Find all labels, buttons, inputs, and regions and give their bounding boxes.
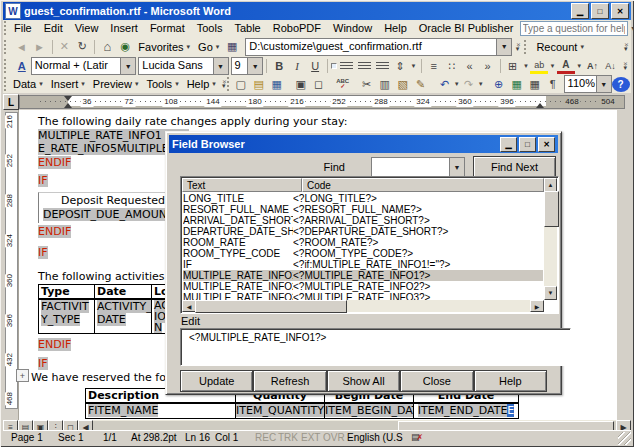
find-combo[interactable]: ▼ [371, 157, 465, 177]
menu-help[interactable]: Help [378, 21, 413, 35]
undo-icon[interactable] [436, 76, 454, 92]
list-item[interactable]: ARRIVAL_DATE_SHORT<?ARRIVAL_DATE_SHORT?> [183, 215, 543, 226]
scroll-up-icon[interactable]: ▲ [544, 178, 557, 192]
end-for-each-field[interactable]: E [507, 404, 514, 417]
merge-field[interactable]: ITEM_QUANTITY [236, 404, 324, 417]
if-field[interactable]: IF [38, 357, 48, 370]
recount-toolbar-grip[interactable] [524, 40, 530, 54]
styles-and-formatting-icon[interactable] [13, 58, 31, 74]
list-item[interactable]: MULTIPLE_RATE_INFO3<?MULTIPLE_RATE_INFO3… [183, 292, 543, 300]
chevron-down-icon[interactable]: ▼ [596, 76, 611, 92]
close-icon[interactable] [611, 3, 629, 19]
menu-tools[interactable]: Tools [191, 21, 229, 35]
merge-field[interactable]: ITEM_END_DATE [418, 404, 508, 417]
chevron-down-icon[interactable]: ▼ [628, 21, 634, 36]
home-icon[interactable] [98, 39, 116, 55]
spelling-icon[interactable] [334, 76, 352, 92]
merge-field[interactable]: DEPOSIT_DUE_AMOUN [43, 208, 167, 221]
merge-field[interactable]: ITEM_BEGIN_DATE [325, 404, 414, 417]
numbered-list-icon[interactable] [425, 58, 443, 74]
chevron-down-icon[interactable]: ▼ [120, 58, 135, 74]
field-list[interactable]: Text Code LONG_TITLE<?LONG_TITLE?> RESOR… [180, 176, 559, 314]
bold-icon[interactable]: B [270, 58, 288, 74]
recount-button[interactable]: Recount [532, 41, 620, 53]
list-item[interactable]: IF<?if:MULTIPLE_RATE_INFO1!="?> [183, 259, 543, 270]
bullet-list-icon[interactable] [443, 58, 461, 74]
if-field[interactable]: IF [38, 174, 48, 187]
tab-stop-selector[interactable] [3, 94, 19, 110]
bip-toolbar-grip[interactable] [4, 77, 6, 91]
format-painter-icon[interactable] [412, 76, 430, 92]
endif-field[interactable]: ENDIF [38, 338, 71, 351]
font-color-icon[interactable] [557, 59, 575, 74]
close-button[interactable]: Close [400, 370, 473, 392]
chevron-down-icon[interactable]: ▼ [213, 58, 228, 74]
list-item[interactable]: DEPARTURE_DATE_SH...<?DEPARTURE_DATE_SHO… [183, 226, 543, 237]
help-icon[interactable] [612, 77, 630, 92]
chevron-down-icon[interactable]: ▼ [449, 158, 464, 176]
bip-preview-menu[interactable]: Preview [89, 78, 143, 90]
hanging-indent-marker[interactable] [64, 103, 72, 108]
toolbar-options-icon[interactable] [222, 76, 226, 92]
show-web-toolbar-icon[interactable] [223, 39, 241, 55]
print-icon[interactable] [292, 76, 310, 92]
right-indent-marker[interactable] [536, 103, 544, 108]
favorites-button[interactable]: Favorites [134, 41, 194, 53]
status-ext[interactable]: EXT [301, 432, 320, 443]
font-size-combo[interactable]: 9 ▼ [231, 57, 264, 75]
menu-format[interactable]: Format [144, 21, 191, 35]
align-center-icon[interactable] [337, 58, 355, 74]
help-button[interactable]: Help [474, 370, 547, 392]
endif-field[interactable]: ENDIF [38, 156, 71, 169]
ruler-bar[interactable]: 36 72 108 144 180 216 252 288 324 360 39… [19, 95, 625, 109]
menu-table[interactable]: Table [228, 21, 266, 35]
print-preview-icon[interactable] [310, 76, 328, 92]
status-trk[interactable]: TRK [278, 432, 298, 443]
web-toolbar-grip[interactable] [4, 40, 10, 54]
list-horizontal-scrollbar[interactable]: ◀ ▶ [182, 300, 544, 312]
minimize-icon[interactable] [571, 3, 589, 19]
scroll-right-icon[interactable]: ▶ [530, 300, 544, 312]
shrink-font-icon[interactable] [601, 58, 619, 74]
bip-help-menu[interactable]: Help [183, 78, 220, 90]
go-button[interactable]: Go [194, 41, 223, 53]
resize-grip[interactable] [618, 432, 631, 445]
column-header-text[interactable]: Text [182, 178, 302, 192]
highlight-icon[interactable] [530, 59, 548, 74]
find-next-button[interactable]: Find Next [473, 156, 556, 178]
list-item[interactable]: ROOM_RATE<?ROOM_RATE?> [183, 237, 543, 248]
column-header-code[interactable]: Code [302, 178, 544, 192]
horizontal-scroll-thumb[interactable] [195, 300, 347, 313]
edit-field[interactable]: <?MULTIPLE_RATE_INFO1?> [180, 328, 571, 366]
bip-insert-menu[interactable]: Insert [47, 78, 89, 90]
open-icon[interactable] [250, 76, 268, 92]
update-button[interactable]: Update [180, 370, 253, 392]
copy-icon[interactable] [376, 76, 394, 92]
justify-icon[interactable] [373, 58, 391, 74]
question-input[interactable] [520, 21, 628, 36]
paragraph[interactable]: The following daily rate changes apply d… [38, 115, 347, 128]
redo-icon[interactable] [460, 76, 478, 92]
underline-icon[interactable]: U [306, 58, 324, 74]
toolbar-options-icon[interactable] [512, 39, 523, 55]
dialog-close-icon[interactable] [538, 137, 555, 152]
menu-file[interactable]: File [8, 21, 38, 35]
increase-indent-icon[interactable] [479, 58, 497, 74]
merge-field[interactable]: ACTIVITY_ DATE [97, 300, 152, 326]
insert-table-icon[interactable] [526, 76, 544, 92]
stop-icon[interactable] [55, 39, 73, 55]
list-item[interactable]: RESORT_FULL_NAME<?RESORT_FULL_NAME?> [183, 204, 543, 215]
paste-icon[interactable] [394, 76, 412, 92]
refresh-button[interactable]: Refresh [253, 370, 326, 392]
dialog-minimize-icon[interactable] [500, 137, 517, 152]
maximize-icon[interactable] [591, 3, 609, 19]
spelling-status-icon[interactable] [411, 432, 423, 442]
web-search-icon[interactable] [116, 39, 134, 55]
vertical-scroll-thumb[interactable] [544, 191, 559, 227]
status-rec[interactable]: REC [255, 432, 276, 443]
dialog-maximize-icon[interactable] [519, 137, 536, 152]
borders-icon[interactable] [504, 58, 522, 74]
if-field[interactable]: IF [38, 246, 48, 259]
style-combo[interactable]: Normal + (Latir ▼ [31, 57, 137, 75]
menu-window[interactable]: Window [327, 21, 378, 35]
